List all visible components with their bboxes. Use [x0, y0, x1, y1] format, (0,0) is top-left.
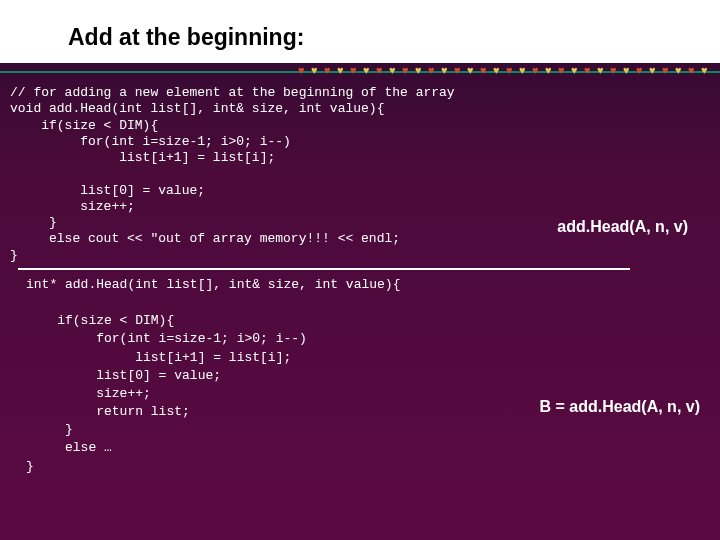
heart-icon	[636, 65, 647, 76]
heart-icon	[441, 65, 452, 76]
heart-icon	[311, 65, 322, 76]
heart-icon	[480, 65, 491, 76]
heart-icon	[597, 65, 608, 76]
code-block-1: // for adding a new element at the begin…	[0, 79, 720, 264]
heart-icon	[571, 65, 582, 76]
code-block-2: int* add.Head(int list[], int& size, int…	[0, 272, 720, 476]
heart-icon	[688, 65, 699, 76]
heart-icon	[428, 65, 439, 76]
heart-icon	[363, 65, 374, 76]
callout-assignment: B = add.Head(A, n, v)	[540, 398, 700, 416]
heart-icon	[467, 65, 478, 76]
heart-icon	[662, 65, 673, 76]
heart-icon	[610, 65, 621, 76]
callout-addhead: add.Head(A, n, v)	[557, 218, 688, 236]
heart-icon	[584, 65, 595, 76]
heart-icon	[649, 65, 660, 76]
heart-icon	[402, 65, 413, 76]
heart-icon	[493, 65, 504, 76]
heart-icon	[337, 65, 348, 76]
slide-title: Add at the beginning:	[0, 0, 720, 63]
hearts-row	[298, 65, 712, 79]
heart-icon	[389, 65, 400, 76]
heart-icon	[298, 65, 309, 76]
heart-icon	[545, 65, 556, 76]
separator-line	[18, 268, 630, 270]
heart-icon	[558, 65, 569, 76]
heart-icon	[532, 65, 543, 76]
heart-icon	[623, 65, 634, 76]
heart-icon	[519, 65, 530, 76]
heart-icon	[675, 65, 686, 76]
heart-icon	[454, 65, 465, 76]
decorative-divider	[0, 65, 720, 79]
heart-icon	[350, 65, 361, 76]
heart-icon	[506, 65, 517, 76]
heart-icon	[376, 65, 387, 76]
heart-icon	[701, 65, 712, 76]
heart-icon	[324, 65, 335, 76]
heart-icon	[415, 65, 426, 76]
